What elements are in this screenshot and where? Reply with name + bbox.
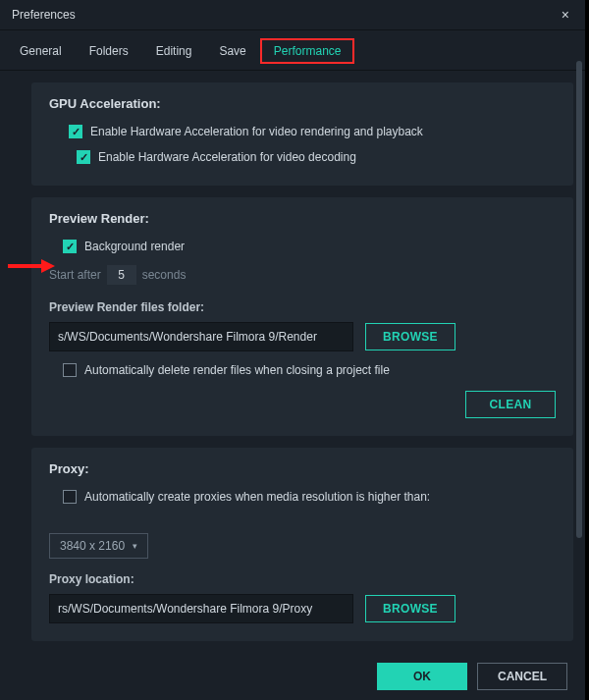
- bg-render-row: ✓ Background render: [49, 240, 556, 253]
- hw-decode-row: ✓ Enable Hardware Acceleration for video…: [49, 150, 556, 164]
- auto-proxy-label: Automatically create proxies when media …: [84, 490, 430, 504]
- tab-folders[interactable]: Folders: [76, 38, 142, 64]
- tab-general[interactable]: General: [6, 38, 76, 64]
- proxy-location-input[interactable]: [49, 594, 353, 623]
- bg-render-checkbox[interactable]: ✓: [63, 240, 77, 253]
- render-folder-row: BROWSE: [49, 322, 556, 351]
- start-after-row: Start after seconds: [49, 265, 556, 285]
- footer-buttons: OK CANCEL: [377, 663, 567, 690]
- auto-delete-row: Automatically delete render files when c…: [49, 363, 556, 377]
- hw-decode-checkbox[interactable]: ✓: [77, 150, 90, 164]
- hw-render-row: ✓ Enable Hardware Acceleration for video…: [49, 125, 556, 138]
- auto-delete-label: Automatically delete render files when c…: [84, 363, 390, 377]
- preferences-window: Preferences × General Folders Editing Sa…: [0, 0, 585, 700]
- seconds-label: seconds: [142, 268, 187, 282]
- chevron-down-icon: ▾: [133, 541, 137, 551]
- render-folder-input[interactable]: [49, 322, 353, 351]
- hw-render-checkbox[interactable]: ✓: [69, 125, 82, 138]
- resolution-select-wrap: 3840 x 2160 ▾: [49, 515, 556, 572]
- start-after-input[interactable]: [107, 265, 136, 285]
- proxy-title: Proxy:: [49, 461, 556, 476]
- render-folder-label: Preview Render files folder:: [49, 300, 556, 314]
- preview-title: Preview Render:: [49, 211, 556, 226]
- hw-decode-label: Enable Hardware Acceleration for video d…: [98, 150, 356, 164]
- titlebar: Preferences ×: [0, 0, 585, 30]
- tab-editing[interactable]: Editing: [142, 38, 206, 64]
- gpu-section: GPU Acceleration: ✓ Enable Hardware Acce…: [31, 82, 573, 186]
- resolution-value: 3840 x 2160: [60, 539, 125, 553]
- scrollbar[interactable]: [576, 61, 582, 538]
- proxy-location-label: Proxy location:: [49, 572, 556, 586]
- tab-performance[interactable]: Performance: [260, 38, 355, 64]
- tab-save[interactable]: Save: [205, 38, 259, 64]
- browse-proxy-button[interactable]: BROWSE: [365, 595, 455, 622]
- resolution-select[interactable]: 3840 x 2160 ▾: [49, 533, 148, 559]
- hw-render-label: Enable Hardware Acceleration for video r…: [90, 125, 423, 138]
- tab-bar: General Folders Editing Save Performance: [0, 30, 585, 71]
- proxy-section: Proxy: Automatically create proxies when…: [31, 448, 573, 641]
- close-icon[interactable]: ×: [558, 7, 573, 23]
- ok-button[interactable]: OK: [377, 663, 467, 690]
- clean-button[interactable]: CLEAN: [465, 391, 556, 418]
- clean-row: CLEAN: [49, 391, 556, 418]
- start-after-label: Start after: [49, 268, 101, 282]
- gpu-title: GPU Acceleration:: [49, 96, 556, 111]
- content-area: GPU Acceleration: ✓ Enable Hardware Acce…: [0, 82, 585, 641]
- bg-render-label: Background render: [84, 240, 185, 253]
- proxy-location-row: BROWSE: [49, 594, 556, 623]
- auto-proxy-row: Automatically create proxies when media …: [49, 490, 556, 504]
- browse-render-button[interactable]: BROWSE: [365, 323, 455, 350]
- cancel-button[interactable]: CANCEL: [477, 663, 567, 690]
- preview-section: Preview Render: ✓ Background render Star…: [31, 197, 573, 436]
- auto-proxy-checkbox[interactable]: [63, 490, 77, 504]
- auto-delete-checkbox[interactable]: [63, 363, 77, 377]
- window-title: Preferences: [12, 8, 76, 22]
